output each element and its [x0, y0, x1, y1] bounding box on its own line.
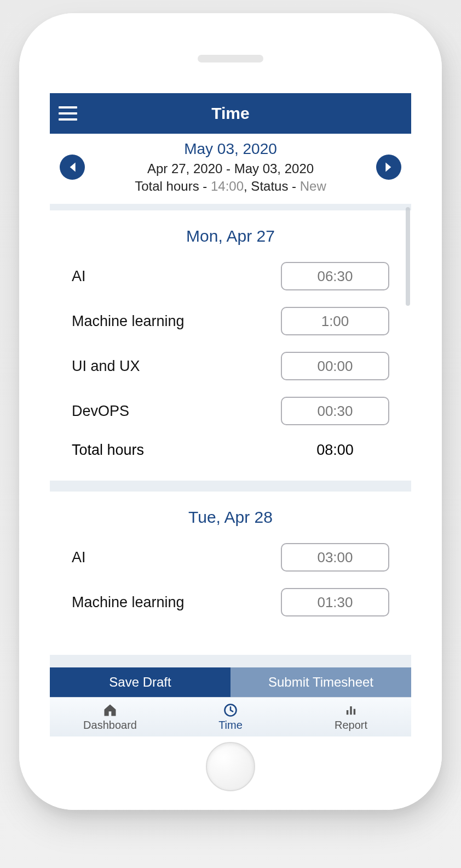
entry-row: Machine learning 1:00 [72, 307, 389, 335]
svg-rect-2 [350, 706, 352, 715]
entry-row: AI 03:00 [72, 543, 389, 572]
scroll-view[interactable]: Mon, Apr 27 AI 06:30 Machine learning 1:… [50, 204, 411, 667]
home-icon [102, 703, 118, 718]
entry-row: AI 06:30 [72, 262, 389, 290]
entry-row: Machine learning 01:30 [72, 588, 389, 616]
entry-label: Machine learning [72, 594, 185, 611]
scrollbar-indicator [406, 207, 410, 306]
entry-row: UI and UX 00:00 [72, 352, 389, 380]
total-label: Total hours [72, 442, 144, 459]
time-input-ai[interactable]: 06:30 [281, 262, 389, 290]
bar-chart-icon [343, 703, 359, 718]
day-header: Tue, Apr 28 [72, 508, 389, 527]
clock-icon [223, 703, 238, 718]
tab-label: Report [335, 719, 367, 732]
bottom-tabbar: Dashboard Time Report [50, 697, 411, 736]
entry-row: DevOPS 00:30 [72, 397, 389, 425]
tab-time[interactable]: Time [170, 698, 291, 736]
time-input-uiux[interactable]: 00:00 [281, 352, 389, 380]
entry-label: Machine learning [72, 313, 185, 330]
time-input-ai[interactable]: 03:00 [281, 543, 389, 572]
app-screen: Time May 03, 2020 Apr 27, 2020 - May 03,… [50, 93, 411, 736]
time-input-ml[interactable]: 01:30 [281, 588, 389, 616]
day-card: Tue, Apr 28 AI 03:00 Machine learning 01… [50, 492, 411, 655]
tab-dashboard[interactable]: Dashboard [50, 698, 170, 736]
content-area: Mon, Apr 27 AI 06:30 Machine learning 1:… [50, 204, 411, 667]
total-row: Total hours 08:00 [72, 442, 389, 459]
svg-rect-3 [354, 709, 356, 715]
chevron-left-icon [68, 162, 77, 173]
menu-icon[interactable] [59, 106, 77, 121]
tab-report[interactable]: Report [291, 698, 411, 736]
phone-frame: Time May 03, 2020 Apr 27, 2020 - May 03,… [19, 13, 442, 810]
date-nav: May 03, 2020 Apr 27, 2020 - May 03, 2020… [50, 134, 411, 204]
tab-label: Dashboard [83, 719, 137, 732]
date-range: Apr 27, 2020 - May 03, 2020 [85, 161, 376, 176]
prev-week-button[interactable] [60, 155, 85, 180]
total-value: 08:00 [281, 442, 389, 459]
submit-timesheet-button[interactable]: Submit Timesheet [231, 667, 411, 697]
date-status: Total hours - 14:00, Status - New [85, 179, 376, 194]
entry-label: UI and UX [72, 358, 140, 375]
page-title: Time [211, 104, 249, 123]
tab-label: Time [218, 719, 243, 732]
svg-rect-1 [347, 710, 349, 715]
entry-label: AI [72, 549, 86, 566]
time-input-devops[interactable]: 00:30 [281, 397, 389, 425]
phone-speaker [198, 55, 263, 62]
entry-label: AI [72, 268, 86, 285]
day-header: Mon, Apr 27 [72, 227, 389, 245]
chevron-right-icon [384, 162, 393, 173]
phone-home-button[interactable] [206, 742, 255, 791]
next-week-button[interactable] [376, 155, 401, 180]
action-bar: Save Draft Submit Timesheet [50, 667, 411, 697]
appbar: Time [50, 93, 411, 134]
time-input-ml[interactable]: 1:00 [281, 307, 389, 335]
day-card: Mon, Apr 27 AI 06:30 Machine learning 1:… [50, 210, 411, 481]
selected-date: May 03, 2020 [85, 140, 376, 158]
save-draft-button[interactable]: Save Draft [50, 667, 231, 697]
entry-label: DevOPS [72, 403, 129, 420]
